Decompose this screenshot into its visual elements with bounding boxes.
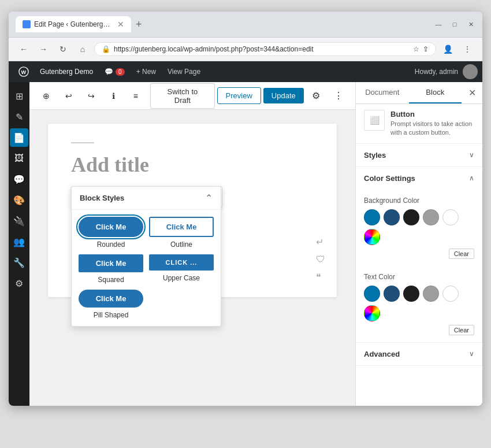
- uppercase-button[interactable]: CLICK ...: [149, 254, 214, 271]
- reload-button[interactable]: ↻: [55, 41, 71, 57]
- sidebar-icon-users[interactable]: 👥: [10, 232, 28, 251]
- advanced-title: Advanced: [364, 350, 400, 358]
- settings-gear-button[interactable]: ⚙: [306, 86, 326, 106]
- block-icon: ⬜: [364, 110, 385, 131]
- admin-bar-view-page[interactable]: View Page: [162, 61, 206, 82]
- text-swatch-black[interactable]: [403, 286, 419, 302]
- sidebar-icon-appearance[interactable]: 🎨: [10, 191, 28, 209]
- browser-titlebar: Edit Page ‹ Gutenberg Demo — … ✕ + — □ ✕: [9, 12, 482, 38]
- bg-swatch-dark-blue[interactable]: [384, 209, 400, 225]
- sidebar-icon-tools[interactable]: 🔧: [10, 253, 28, 272]
- sidebar-icon-settings[interactable]: ⚙: [10, 274, 28, 293]
- outline-button[interactable]: Click Me: [149, 217, 214, 237]
- sidebar-icon-comments[interactable]: 💬: [10, 170, 28, 188]
- more-options-button[interactable]: ⋮: [328, 86, 348, 106]
- bg-swatch-white[interactable]: [442, 209, 459, 225]
- styles-section-header[interactable]: Styles ∨: [356, 144, 482, 166]
- pill-button[interactable]: Click Me: [79, 290, 143, 308]
- sidebar-icon-media[interactable]: 🖼: [10, 149, 28, 168]
- url-text: https://gutenberg.local/wp-admin/post.ph…: [114, 45, 410, 53]
- preview-button[interactable]: Preview: [217, 87, 261, 104]
- tab-favicon: [23, 20, 31, 28]
- new-tab-button[interactable]: +: [136, 18, 142, 31]
- bg-color-section: Background Color Clear: [356, 190, 482, 266]
- close-button[interactable]: ✕: [466, 20, 475, 29]
- account-icon[interactable]: 👤: [440, 41, 456, 57]
- tab-block[interactable]: Block: [409, 82, 462, 103]
- window-controls: — □ ✕: [434, 20, 475, 29]
- bg-color-clear-button[interactable]: Clear: [449, 249, 474, 259]
- howdy-text[interactable]: Howdy, admin: [410, 68, 463, 76]
- block-description: Prompt visitors to take action with a cu…: [390, 120, 474, 138]
- list-view-button[interactable]: ≡: [126, 86, 146, 106]
- back-button[interactable]: ←: [16, 41, 32, 57]
- admin-bar-comments[interactable]: 💬 0: [99, 61, 131, 82]
- restore-button[interactable]: □: [450, 20, 459, 29]
- browser-navbar: ← → ↻ ⌂ 🔒 https://gutenberg.local/wp-adm…: [9, 38, 482, 61]
- sidebar-icon-pages[interactable]: 📄: [10, 128, 28, 147]
- style-option-outline[interactable]: Click Me Outline: [149, 217, 214, 249]
- text-swatch-gray[interactable]: [423, 286, 439, 302]
- admin-bar-new[interactable]: + New: [131, 61, 162, 82]
- action-icons: ↵ 🛡 ❝: [316, 236, 325, 283]
- rounded-button[interactable]: Click Me: [79, 217, 143, 237]
- color-settings-title: Color Settings: [364, 174, 415, 183]
- share-icon: ⇪: [423, 45, 429, 53]
- browser-tab[interactable]: Edit Page ‹ Gutenberg Demo — … ✕: [16, 16, 131, 32]
- undo-button[interactable]: ↩: [59, 86, 79, 106]
- advanced-section-header[interactable]: Advanced ∨: [356, 343, 482, 365]
- text-swatch-white[interactable]: [442, 286, 459, 302]
- page-title-placeholder[interactable]: Add title: [71, 153, 314, 177]
- squared-button[interactable]: Click Me: [79, 254, 143, 272]
- editor-wrapper: ⊞ ✎ 📄 🖼 💬 🎨 🔌 👥 🔧 ⚙ ⊕ ↩ ↪ ℹ ≡ Switch to …: [9, 82, 482, 406]
- address-bar[interactable]: 🔒 https://gutenberg.local/wp-admin/post.…: [94, 42, 436, 56]
- text-swatch-dark-blue[interactable]: [384, 286, 400, 302]
- sidebar-icon-edit[interactable]: ✎: [10, 108, 28, 126]
- styles-title: Styles: [364, 151, 386, 160]
- update-button[interactable]: Update: [263, 88, 304, 103]
- add-block-button[interactable]: ⊕: [36, 86, 57, 106]
- bg-swatch-gradient[interactable]: [364, 229, 380, 245]
- wp-admin-bar: W Gutenberg Demo 💬 0 + New View Page How…: [9, 61, 482, 82]
- home-button[interactable]: ⌂: [75, 41, 91, 57]
- color-settings-header[interactable]: Color Settings ∧: [356, 167, 482, 190]
- bg-color-label: Background Color: [364, 197, 474, 205]
- popup-close-button[interactable]: ⌃: [205, 192, 213, 203]
- admin-bar-site[interactable]: Gutenberg Demo: [34, 61, 99, 82]
- sidebar-icon-home[interactable]: ⊞: [10, 87, 28, 105]
- block-styles-popup: Block Styles ⌃ Click Me Rounded Click: [71, 186, 221, 327]
- info-button[interactable]: ℹ: [103, 86, 124, 106]
- bg-swatch-black[interactable]: [403, 209, 419, 225]
- forward-button[interactable]: →: [35, 41, 51, 57]
- tab-document[interactable]: Document: [356, 82, 409, 103]
- user-avatar[interactable]: [463, 64, 478, 79]
- editor-content-area[interactable]: Add title ↻ ≡ ≡ ≡ B I ABC ⋮: [29, 110, 355, 406]
- text-swatch-blue[interactable]: [364, 286, 380, 302]
- styles-chevron-icon: ∨: [469, 151, 474, 159]
- outline-label: Outline: [170, 240, 192, 249]
- more-options-button[interactable]: ⋮: [459, 41, 475, 57]
- star-icon: ☆: [413, 45, 419, 53]
- lock-icon: 🔒: [102, 45, 110, 53]
- text-swatch-gradient[interactable]: [364, 305, 380, 321]
- popup-content: Click Me Rounded Click Me Outline Click …: [72, 210, 221, 326]
- popup-header: Block Styles ⌃: [72, 187, 221, 210]
- redo-button[interactable]: ↪: [81, 86, 101, 106]
- switch-to-draft-button[interactable]: Switch to Draft: [150, 83, 214, 109]
- bg-swatch-blue[interactable]: [364, 209, 380, 225]
- enter-icon[interactable]: ↵: [316, 236, 325, 247]
- panel-close-button[interactable]: ✕: [462, 82, 482, 103]
- text-color-clear-button[interactable]: Clear: [449, 325, 474, 335]
- quote-icon[interactable]: ❝: [316, 272, 325, 283]
- tab-close-icon[interactable]: ✕: [117, 20, 124, 29]
- style-option-rounded[interactable]: Click Me Rounded: [79, 217, 143, 249]
- wp-logo[interactable]: W: [13, 61, 34, 82]
- shield-icon[interactable]: 🛡: [316, 254, 325, 265]
- style-option-pill[interactable]: Click Me Pill Shaped: [79, 290, 143, 319]
- tab-label: Edit Page ‹ Gutenberg Demo — …: [34, 20, 111, 28]
- sidebar-icon-plugins[interactable]: 🔌: [10, 212, 28, 230]
- minimize-button[interactable]: —: [434, 20, 443, 29]
- style-option-uppercase[interactable]: CLICK ... Upper Case: [149, 254, 214, 284]
- bg-swatch-gray[interactable]: [423, 209, 439, 225]
- style-option-squared[interactable]: Click Me Squared: [79, 254, 143, 284]
